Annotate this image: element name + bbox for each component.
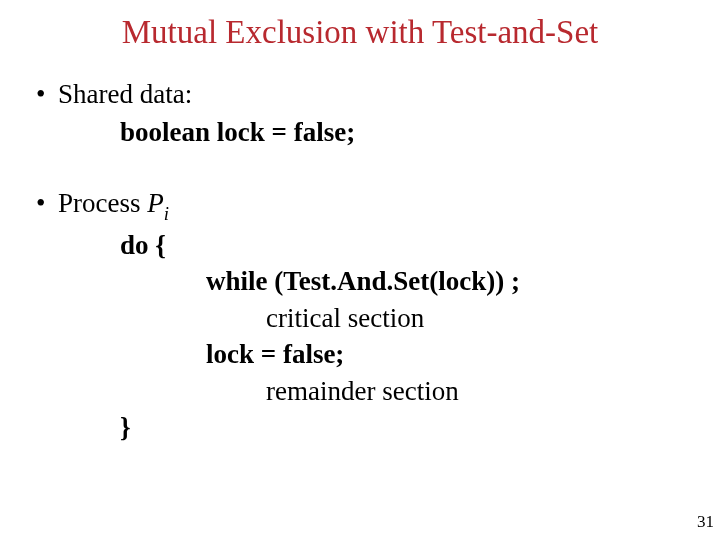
slide-title: Mutual Exclusion with Test-and-Set: [0, 14, 720, 51]
process-word: Process: [58, 188, 147, 218]
bullet-dot-icon: •: [36, 76, 58, 112]
code-while: while (Test.And.Set(lock)) ;: [206, 263, 700, 299]
bullet-text: Process Pi: [58, 185, 169, 225]
bullet-dot-icon: •: [36, 185, 58, 225]
bullet-shared-data: • Shared data:: [36, 76, 700, 112]
spacer: [36, 151, 700, 185]
bullet-text: Shared data:: [58, 76, 192, 112]
process-p: P: [147, 188, 164, 218]
code-do: do {: [120, 227, 700, 263]
page-number: 31: [697, 512, 714, 532]
code-remainder: remainder section: [266, 373, 700, 409]
slide-body: • Shared data: boolean lock = false; • P…: [36, 76, 700, 445]
process-i-subscript: i: [164, 203, 169, 224]
slide: Mutual Exclusion with Test-and-Set • Sha…: [0, 0, 720, 540]
code-lock-false: lock = false;: [206, 336, 700, 372]
bullet-process: • Process Pi: [36, 185, 700, 225]
code-close-brace: }: [120, 409, 700, 445]
shared-data-line: boolean lock = false;: [120, 114, 700, 150]
code-critical: critical section: [266, 300, 700, 336]
